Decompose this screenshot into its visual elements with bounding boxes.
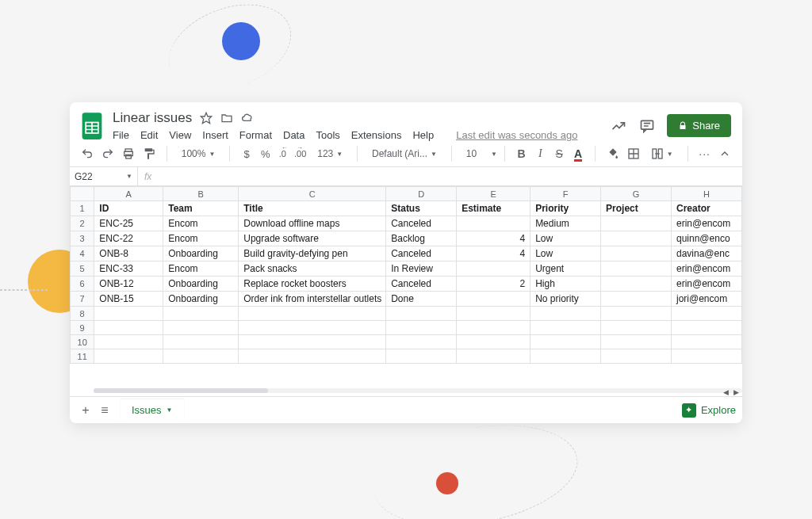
cell[interactable]: Encom — [163, 231, 239, 246]
cell[interactable]: Onboarding — [163, 277, 239, 292]
cell[interactable]: Onboarding — [163, 292, 239, 307]
column-header[interactable]: A — [94, 187, 163, 201]
cell[interactable]: Priority — [530, 201, 601, 216]
cell[interactable]: ONB-15 — [94, 292, 163, 307]
undo-icon[interactable] — [81, 147, 94, 161]
sheet-tab-issues[interactable]: Issues ▼ — [121, 399, 184, 421]
add-sheet-button[interactable]: + — [76, 403, 95, 418]
cell[interactable] — [239, 321, 386, 335]
borders-button[interactable] — [627, 147, 640, 161]
cell[interactable]: 4 — [457, 231, 530, 246]
paint-format-icon[interactable] — [143, 147, 155, 161]
menu-extensions[interactable]: Extensions — [351, 129, 402, 141]
comments-icon[interactable] — [638, 117, 656, 135]
number-format-dropdown[interactable]: 123▼ — [314, 147, 346, 161]
horizontal-scrollbar[interactable]: ◀▶ — [94, 388, 742, 396]
menu-format[interactable]: Format — [239, 129, 272, 141]
cell[interactable]: Upgrade software — [239, 231, 386, 246]
cell[interactable]: 2 — [457, 277, 530, 292]
cell[interactable]: Team — [163, 201, 239, 216]
row-number[interactable]: 2 — [71, 216, 94, 231]
cell[interactable] — [530, 349, 601, 364]
cell[interactable]: ID — [94, 201, 163, 216]
cell[interactable] — [601, 277, 672, 292]
cell[interactable] — [457, 292, 530, 307]
cell[interactable]: Project — [601, 201, 672, 216]
activity-trend-icon[interactable] — [610, 117, 627, 135]
cell[interactable] — [601, 261, 672, 277]
cell[interactable] — [163, 349, 239, 364]
cell[interactable] — [672, 335, 742, 349]
cell[interactable] — [94, 335, 163, 349]
name-box[interactable]: G22 ▼ — [70, 167, 138, 185]
cell[interactable] — [457, 335, 530, 349]
cell[interactable] — [601, 321, 672, 335]
cell[interactable] — [386, 335, 457, 349]
cell[interactable]: Encom — [163, 261, 239, 277]
cell[interactable] — [94, 321, 163, 335]
row-number[interactable]: 4 — [71, 246, 94, 261]
row-number[interactable]: 10 — [71, 335, 94, 349]
column-header[interactable]: D — [386, 187, 457, 201]
cell[interactable]: ONB-12 — [94, 277, 163, 292]
cell[interactable]: Status — [386, 201, 457, 216]
cell[interactable]: Urgent — [530, 261, 601, 277]
cell[interactable]: erin@encom — [672, 277, 742, 292]
google-sheets-logo[interactable] — [81, 112, 103, 140]
cell[interactable]: Done — [386, 292, 457, 307]
percent-format-button[interactable]: % — [260, 147, 271, 161]
menu-edit[interactable]: Edit — [140, 129, 158, 141]
cell[interactable]: No priority — [530, 292, 601, 307]
cell[interactable] — [386, 307, 457, 321]
cell[interactable]: Replace rocket boosters — [239, 277, 386, 292]
cell[interactable] — [601, 246, 672, 261]
cell[interactable]: Pack snacks — [239, 261, 386, 277]
scroll-right-icon[interactable]: ▶ — [733, 388, 739, 396]
share-button[interactable]: Share — [667, 114, 731, 137]
row-number[interactable]: 6 — [71, 277, 94, 292]
cell[interactable]: Title — [239, 201, 386, 216]
cell[interactable]: Canceled — [386, 246, 457, 261]
spreadsheet-grid[interactable]: ABCDEFGH1IDTeamTitleStatusEstimatePriori… — [70, 186, 742, 396]
explore-button[interactable]: ✦ Explore — [682, 403, 736, 418]
cell[interactable] — [457, 321, 530, 335]
more-toolbar-icon[interactable]: ··· — [699, 147, 710, 161]
cell[interactable]: erin@encom — [672, 216, 742, 231]
cell[interactable] — [457, 307, 530, 321]
cell[interactable] — [457, 216, 530, 231]
cell[interactable] — [163, 321, 239, 335]
column-header[interactable]: C — [239, 187, 386, 201]
cell[interactable]: Encom — [163, 216, 239, 231]
cell[interactable]: jori@encom — [672, 292, 742, 307]
cell[interactable] — [457, 261, 530, 277]
cell[interactable] — [457, 349, 530, 364]
row-number[interactable]: 9 — [71, 321, 94, 335]
cell[interactable] — [672, 307, 742, 321]
cell[interactable] — [672, 349, 742, 364]
cell[interactable]: Build gravity-defying pen — [239, 246, 386, 261]
cell[interactable]: High — [530, 277, 601, 292]
menu-view[interactable]: View — [169, 129, 191, 141]
move-to-folder-icon[interactable] — [220, 112, 233, 124]
menu-insert[interactable]: Insert — [202, 129, 228, 141]
menu-tools[interactable]: Tools — [316, 129, 339, 141]
cell[interactable]: 4 — [457, 246, 530, 261]
row-number[interactable]: 11 — [71, 349, 94, 364]
column-header[interactable]: E — [457, 187, 530, 201]
cell[interactable] — [239, 335, 386, 349]
cell[interactable]: Canceled — [386, 277, 457, 292]
cell[interactable] — [239, 307, 386, 321]
cell[interactable]: Onboarding — [163, 246, 239, 261]
font-family-dropdown[interactable]: Default (Ari...▼ — [369, 147, 440, 161]
strikethrough-button[interactable]: S — [553, 147, 565, 161]
row-number[interactable]: 8 — [71, 307, 94, 321]
fill-color-button[interactable] — [607, 147, 619, 161]
cell[interactable]: Low — [530, 231, 601, 246]
increase-decimal-button[interactable]: .00→ — [294, 147, 306, 161]
last-edit-status[interactable]: Last edit was seconds ago — [456, 129, 577, 141]
cell[interactable]: Order ink from interstellar outlets — [239, 292, 386, 307]
cell[interactable] — [672, 321, 742, 335]
cell[interactable] — [601, 335, 672, 349]
column-header[interactable]: F — [530, 187, 601, 201]
bold-button[interactable]: B — [516, 147, 527, 161]
